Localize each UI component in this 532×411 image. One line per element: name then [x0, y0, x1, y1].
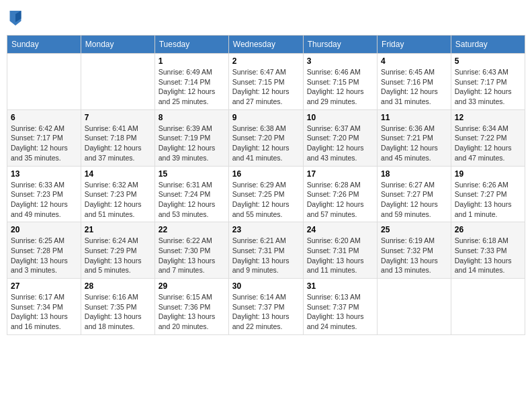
- day-number: 13: [11, 169, 77, 179]
- calendar-cell: 4Sunrise: 6:45 AMSunset: 7:16 PMDaylight…: [378, 54, 451, 110]
- calendar-cell: 8Sunrise: 6:39 AMSunset: 7:19 PMDaylight…: [154, 109, 228, 166]
- day-info: Sunrise: 6:28 AMSunset: 7:26 PMDaylight:…: [307, 180, 373, 220]
- day-number: 25: [381, 225, 447, 234]
- day-info: Sunrise: 6:31 AMSunset: 7:24 PMDaylight:…: [159, 180, 225, 220]
- calendar-cell: 6Sunrise: 6:42 AMSunset: 7:17 PMDaylight…: [7, 109, 81, 166]
- calendar-cell: [451, 279, 525, 335]
- calendar-cell: 15Sunrise: 6:31 AMSunset: 7:24 PMDayligh…: [154, 166, 228, 222]
- calendar-cell: 16Sunrise: 6:29 AMSunset: 7:25 PMDayligh…: [228, 166, 303, 222]
- day-number: 14: [85, 169, 151, 179]
- week-row-4: 20Sunrise: 6:25 AMSunset: 7:28 PMDayligh…: [7, 222, 525, 279]
- day-info: Sunrise: 6:47 AMSunset: 7:15 PMDaylight:…: [232, 67, 300, 107]
- calendar-cell: [378, 279, 451, 335]
- calendar-cell: 27Sunrise: 6:17 AMSunset: 7:34 PMDayligh…: [7, 279, 81, 335]
- day-info: Sunrise: 6:39 AMSunset: 7:19 PMDaylight:…: [159, 124, 225, 163]
- day-number: 1: [159, 56, 225, 66]
- day-info: Sunrise: 6:36 AMSunset: 7:21 PMDaylight:…: [381, 124, 447, 163]
- day-info: Sunrise: 6:21 AMSunset: 7:31 PMDaylight:…: [232, 236, 300, 275]
- day-info: Sunrise: 6:29 AMSunset: 7:25 PMDaylight:…: [232, 180, 300, 220]
- day-info: Sunrise: 6:49 AMSunset: 7:14 PMDaylight:…: [159, 67, 225, 107]
- calendar-cell: 7Sunrise: 6:41 AMSunset: 7:18 PMDaylight…: [81, 109, 154, 166]
- calendar-cell: [81, 54, 154, 110]
- day-header-tuesday: Tuesday: [154, 36, 228, 54]
- day-info: Sunrise: 6:20 AMSunset: 7:31 PMDaylight:…: [307, 236, 373, 275]
- day-number: 23: [232, 225, 300, 234]
- day-info: Sunrise: 6:19 AMSunset: 7:32 PMDaylight:…: [381, 236, 447, 275]
- calendar-cell: 28Sunrise: 6:16 AMSunset: 7:35 PMDayligh…: [81, 279, 154, 335]
- day-info: Sunrise: 6:45 AMSunset: 7:16 PMDaylight:…: [381, 67, 447, 107]
- day-info: Sunrise: 6:41 AMSunset: 7:18 PMDaylight:…: [85, 124, 151, 163]
- week-row-1: 1Sunrise: 6:49 AMSunset: 7:14 PMDaylight…: [7, 54, 525, 110]
- calendar-cell: 10Sunrise: 6:37 AMSunset: 7:20 PMDayligh…: [303, 109, 377, 166]
- day-number: 7: [85, 113, 151, 122]
- calendar-cell: 31Sunrise: 6:13 AMSunset: 7:37 PMDayligh…: [303, 279, 377, 335]
- logo-icon: [9, 11, 21, 26]
- calendar-cell: 23Sunrise: 6:21 AMSunset: 7:31 PMDayligh…: [228, 222, 303, 279]
- day-number: 6: [11, 113, 77, 122]
- days-header-row: SundayMondayTuesdayWednesdayThursdayFrid…: [7, 36, 525, 54]
- header: [7, 7, 525, 30]
- calendar-cell: [7, 54, 81, 110]
- calendar-cell: 14Sunrise: 6:32 AMSunset: 7:23 PMDayligh…: [81, 166, 154, 222]
- logo: [9, 11, 24, 26]
- day-info: Sunrise: 6:34 AMSunset: 7:22 PMDaylight:…: [455, 124, 521, 163]
- day-number: 24: [307, 225, 373, 234]
- day-number: 12: [455, 113, 521, 122]
- day-number: 2: [232, 56, 300, 66]
- day-info: Sunrise: 6:18 AMSunset: 7:33 PMDaylight:…: [455, 236, 521, 275]
- calendar-cell: 25Sunrise: 6:19 AMSunset: 7:32 PMDayligh…: [378, 222, 451, 279]
- day-number: 20: [11, 225, 77, 234]
- calendar-cell: 3Sunrise: 6:46 AMSunset: 7:15 PMDaylight…: [303, 54, 377, 110]
- day-number: 30: [232, 281, 300, 291]
- calendar-cell: 9Sunrise: 6:38 AMSunset: 7:20 PMDaylight…: [228, 109, 303, 166]
- day-number: 8: [159, 113, 225, 122]
- day-number: 28: [85, 281, 151, 291]
- day-info: Sunrise: 6:26 AMSunset: 7:27 PMDaylight:…: [455, 180, 521, 220]
- calendar-cell: 12Sunrise: 6:34 AMSunset: 7:22 PMDayligh…: [451, 109, 525, 166]
- day-number: 31: [307, 281, 373, 291]
- day-info: Sunrise: 6:46 AMSunset: 7:15 PMDaylight:…: [307, 67, 373, 107]
- day-number: 22: [159, 225, 225, 234]
- day-header-thursday: Thursday: [303, 36, 377, 54]
- day-info: Sunrise: 6:16 AMSunset: 7:35 PMDaylight:…: [85, 292, 151, 332]
- calendar-cell: 24Sunrise: 6:20 AMSunset: 7:31 PMDayligh…: [303, 222, 377, 279]
- calendar-cell: 30Sunrise: 6:14 AMSunset: 7:37 PMDayligh…: [228, 279, 303, 335]
- calendar-cell: 22Sunrise: 6:22 AMSunset: 7:30 PMDayligh…: [154, 222, 228, 279]
- day-info: Sunrise: 6:43 AMSunset: 7:17 PMDaylight:…: [455, 67, 521, 107]
- day-number: 11: [381, 113, 447, 122]
- calendar-cell: 20Sunrise: 6:25 AMSunset: 7:28 PMDayligh…: [7, 222, 81, 279]
- calendar-cell: 2Sunrise: 6:47 AMSunset: 7:15 PMDaylight…: [228, 54, 303, 110]
- day-info: Sunrise: 6:33 AMSunset: 7:23 PMDaylight:…: [11, 180, 77, 220]
- day-number: 5: [455, 56, 521, 66]
- calendar-cell: 19Sunrise: 6:26 AMSunset: 7:27 PMDayligh…: [451, 166, 525, 222]
- day-number: 19: [455, 169, 521, 179]
- day-info: Sunrise: 6:25 AMSunset: 7:28 PMDaylight:…: [11, 236, 77, 275]
- day-header-saturday: Saturday: [451, 36, 525, 54]
- day-header-monday: Monday: [81, 36, 154, 54]
- day-header-sunday: Sunday: [7, 36, 81, 54]
- day-number: 10: [307, 113, 373, 122]
- day-number: 29: [159, 281, 225, 291]
- day-number: 15: [159, 169, 225, 179]
- calendar-cell: 26Sunrise: 6:18 AMSunset: 7:33 PMDayligh…: [451, 222, 525, 279]
- day-number: 17: [307, 169, 373, 179]
- calendar-cell: 11Sunrise: 6:36 AMSunset: 7:21 PMDayligh…: [378, 109, 451, 166]
- day-number: 3: [307, 56, 373, 66]
- day-info: Sunrise: 6:17 AMSunset: 7:34 PMDaylight:…: [11, 292, 77, 332]
- day-number: 26: [455, 225, 521, 234]
- calendar-table: SundayMondayTuesdayWednesdayThursdayFrid…: [7, 35, 525, 335]
- day-info: Sunrise: 6:38 AMSunset: 7:20 PMDaylight:…: [232, 124, 300, 163]
- day-info: Sunrise: 6:24 AMSunset: 7:29 PMDaylight:…: [85, 236, 151, 275]
- day-number: 4: [381, 56, 447, 66]
- day-number: 16: [232, 169, 300, 179]
- calendar-cell: 29Sunrise: 6:15 AMSunset: 7:36 PMDayligh…: [154, 279, 228, 335]
- day-info: Sunrise: 6:22 AMSunset: 7:30 PMDaylight:…: [159, 236, 225, 275]
- day-info: Sunrise: 6:27 AMSunset: 7:27 PMDaylight:…: [381, 180, 447, 220]
- day-header-wednesday: Wednesday: [228, 36, 303, 54]
- day-info: Sunrise: 6:14 AMSunset: 7:37 PMDaylight:…: [232, 292, 300, 332]
- day-info: Sunrise: 6:32 AMSunset: 7:23 PMDaylight:…: [85, 180, 151, 220]
- calendar-cell: 17Sunrise: 6:28 AMSunset: 7:26 PMDayligh…: [303, 166, 377, 222]
- day-header-friday: Friday: [378, 36, 451, 54]
- day-info: Sunrise: 6:37 AMSunset: 7:20 PMDaylight:…: [307, 124, 373, 163]
- calendar-cell: 21Sunrise: 6:24 AMSunset: 7:29 PMDayligh…: [81, 222, 154, 279]
